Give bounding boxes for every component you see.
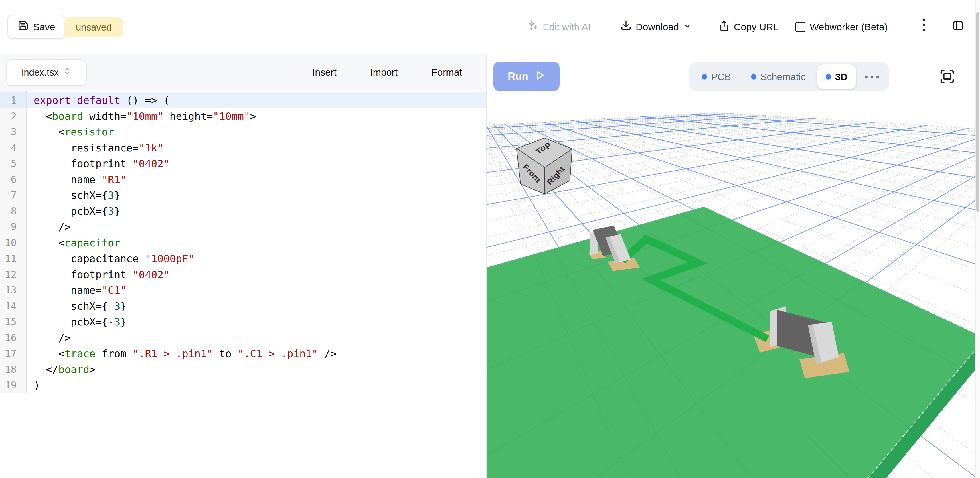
code-line: /> xyxy=(27,330,486,346)
line-number: 14 xyxy=(0,298,26,314)
code-line: ) xyxy=(27,377,486,393)
webworker-toggle[interactable]: Webworker (Beta) xyxy=(795,21,888,33)
file-name: index.tsx xyxy=(22,67,59,78)
tab-dot-icon xyxy=(751,74,756,79)
panel-toggle-button[interactable] xyxy=(952,20,964,34)
editor-actions: InsertImportFormat xyxy=(307,54,468,91)
play-icon xyxy=(535,70,545,83)
kebab-menu-icon xyxy=(920,17,928,37)
panel-left-icon xyxy=(952,20,964,34)
line-number: 13 xyxy=(0,282,26,298)
chevron-down-icon xyxy=(683,21,692,33)
code-line: footprint="0402" xyxy=(27,267,486,283)
line-number: 2 xyxy=(0,108,26,124)
editor-toolbar: index.tsx InsertImportFormat xyxy=(0,54,486,91)
save-button[interactable]: Save xyxy=(7,15,65,39)
orientation-cube[interactable]: Top Front Right xyxy=(517,138,572,194)
share-icon xyxy=(719,20,730,33)
top-bar: Save unsaved Edit with AI Download xyxy=(0,0,980,54)
line-number: 7 xyxy=(0,187,26,203)
edit-with-ai-button[interactable]: Edit with AI xyxy=(527,20,591,33)
download-button[interactable]: Download xyxy=(620,20,692,33)
tabs-more-button[interactable] xyxy=(859,76,885,78)
line-number: 19 xyxy=(0,377,26,393)
fullscreen-icon xyxy=(939,68,955,85)
line-number: 12 xyxy=(0,267,26,283)
line-number: 5 xyxy=(0,156,26,172)
view-tabs: PCBSchematic3D xyxy=(689,62,889,91)
code-line: <trace from=".R1 > .pin1" to=".C1 > .pin… xyxy=(27,346,486,362)
file-selector[interactable]: index.tsx xyxy=(6,59,87,86)
line-number: 10 xyxy=(0,235,26,251)
viewer-toolbar: Run PCBSchematic3D xyxy=(487,54,980,97)
tab-schematic[interactable]: Schematic xyxy=(742,65,814,89)
editor-action-import[interactable]: Import xyxy=(364,63,403,82)
line-number: 1 xyxy=(0,92,26,108)
code-line: /> xyxy=(27,219,486,235)
code-line: <board width="10mm" height="10mm"> xyxy=(27,108,486,124)
tab-3d[interactable]: 3D xyxy=(817,65,856,89)
copy-url-button[interactable]: Copy URL xyxy=(719,20,779,33)
viewer-panel: Top Front Right Run PCBSchematic3D xyxy=(487,54,980,478)
run-button[interactable]: Run xyxy=(493,62,560,91)
code-line: </board> xyxy=(27,362,486,378)
code-line: <resistor xyxy=(27,124,486,140)
line-number: 8 xyxy=(0,203,26,219)
line-number: 15 xyxy=(0,314,26,330)
code-scroller[interactable]: 12345678910111213141516171819 export def… xyxy=(0,91,486,478)
scrollbar-track[interactable] xyxy=(975,0,980,478)
status-badge: unsaved xyxy=(64,17,123,37)
line-number: 17 xyxy=(0,346,26,362)
gutter: 12345678910111213141516171819 xyxy=(0,91,27,393)
code-line: pcbX={3} xyxy=(27,203,486,219)
code-line: pcbX={-3} xyxy=(27,314,486,330)
webworker-checkbox[interactable] xyxy=(795,22,805,32)
editor-action-format[interactable]: Format xyxy=(426,63,468,82)
save-label: Save xyxy=(33,21,55,33)
line-number: 9 xyxy=(0,219,26,235)
more-menu-button[interactable] xyxy=(920,17,928,37)
tab-dot-icon xyxy=(826,74,831,79)
code-line: export default () => ( xyxy=(27,92,486,108)
line-number: 16 xyxy=(0,330,26,346)
code-editor-panel: index.tsx InsertImportFormat 12345678910… xyxy=(0,54,487,478)
line-number: 6 xyxy=(0,172,26,188)
code-line: <capacitor xyxy=(27,235,486,251)
code-line: name="C1" xyxy=(27,282,486,298)
code-line: footprint="0402" xyxy=(27,156,486,172)
editor-action-insert[interactable]: Insert xyxy=(307,63,342,82)
code-line: capacitance="1000pF" xyxy=(27,251,486,267)
download-icon xyxy=(620,20,632,33)
pcb-3d-canvas[interactable]: Top Front Right xyxy=(487,54,980,478)
line-number: 18 xyxy=(0,362,26,378)
fullscreen-button[interactable] xyxy=(939,68,956,86)
line-number: 11 xyxy=(0,251,26,267)
chevrons-up-down-icon xyxy=(63,67,71,78)
tab-pcb[interactable]: PCB xyxy=(693,65,740,89)
code-lines: export default () => ( <board width="10m… xyxy=(27,91,486,393)
tab-dot-icon xyxy=(702,74,707,79)
code-line: resistance="1k" xyxy=(27,140,486,156)
line-number: 4 xyxy=(0,140,26,156)
code-line: schX={-3} xyxy=(27,298,486,314)
line-number: 3 xyxy=(0,124,26,140)
sparkles-icon xyxy=(527,20,538,33)
save-icon xyxy=(18,20,29,33)
code-line: name="R1" xyxy=(27,172,486,188)
code-line: schX={3} xyxy=(27,187,486,203)
scrollbar-thumb[interactable] xyxy=(976,12,980,211)
